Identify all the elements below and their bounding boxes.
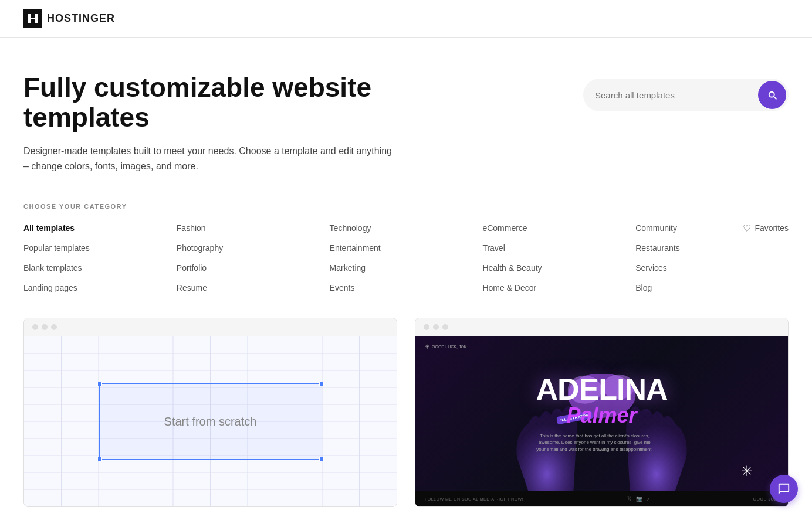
adelina-footer-text: FOLLOW ME ON SOCIAL MEDIA RIGHT NOW! <box>425 497 523 501</box>
template-footer-blank: BLANK SITE ♡ <box>23 507 397 517</box>
category-technology[interactable]: Technology <box>330 222 483 234</box>
window-dot-3 <box>442 324 448 330</box>
selection-box: Start from scratch <box>99 383 322 460</box>
window-dot-2 <box>433 324 439 330</box>
window-dot-2 <box>42 324 48 330</box>
category-blog[interactable]: Blog <box>635 281 789 294</box>
good-luck-text: GOOD LUCK, JOK <box>432 345 467 349</box>
template-card-adelina: ✳ GOOD LUCK, JOK <box>415 318 789 517</box>
window-dot-1 <box>424 324 429 330</box>
adelina-preview[interactable]: ✳ GOOD LUCK, JOK <box>415 336 788 506</box>
category-popular-templates[interactable]: Popular templates <box>23 242 177 254</box>
category-services[interactable]: Services <box>635 261 789 274</box>
main-content: Fully customizable website templates Des… <box>0 38 812 517</box>
template-footer-adelina: ADELINA ♡ <box>415 507 789 517</box>
hostinger-logo-icon <box>23 9 42 28</box>
category-all-templates[interactable]: All templates <box>23 222 177 234</box>
star-icon: ✳ <box>741 463 753 479</box>
category-travel[interactable]: Travel <box>482 242 635 254</box>
category-fashion[interactable]: Fashion <box>177 222 330 234</box>
category-ecommerce[interactable]: eCommerce <box>482 222 635 234</box>
hero-title: Fully customizable website templates <box>23 73 399 132</box>
logo[interactable]: HOSTINGER <box>23 9 115 28</box>
category-landing-pages[interactable]: Landing pages <box>23 281 177 294</box>
category-restaurants[interactable]: Restaurants <box>635 242 789 254</box>
window-dot-3 <box>51 324 57 330</box>
category-community[interactable]: Community <box>635 222 677 234</box>
template-window-adelina: ✳ GOOD LUCK, JOK <box>415 318 789 507</box>
handle-tr <box>319 382 324 386</box>
favorites-link[interactable]: ♡ Favorites <box>743 223 789 234</box>
adelina-palmer-name: Palmer <box>536 403 667 428</box>
window-bar <box>24 318 397 336</box>
category-health-beauty[interactable]: Health & Beauty <box>482 261 635 274</box>
adelina-main: ✳ GOOD LUCK, JOK <box>415 336 788 491</box>
search-button[interactable] <box>758 81 786 109</box>
category-blank-templates[interactable]: Blank templates <box>23 261 177 274</box>
window-dot-1 <box>32 324 38 330</box>
blank-template-preview[interactable]: Start from scratch <box>24 336 397 506</box>
category-photography[interactable]: Photography <box>177 242 330 254</box>
category-section: CHOOSE YOUR CATEGORY All templates Fashi… <box>23 203 789 294</box>
header: HOSTINGER <box>0 0 812 38</box>
handle-bl <box>97 457 102 461</box>
hero-right <box>583 79 789 111</box>
hero-section: Fully customizable website templates Des… <box>23 73 789 174</box>
instagram-icon: 📷 <box>636 496 642 502</box>
handle-br <box>319 457 324 461</box>
category-entertainment[interactable]: Entertainment <box>330 242 483 254</box>
handle-tl <box>97 382 102 386</box>
templates-grid: Start from scratch BLANK SITE ♡ <box>23 318 789 517</box>
hero-left: Fully customizable website templates Des… <box>23 73 399 174</box>
category-events[interactable]: Events <box>330 281 483 294</box>
adelina-window-bar <box>415 318 788 336</box>
category-home-decor[interactable]: Home & Decor <box>482 281 635 294</box>
adelina-footer: FOLLOW ME ON SOCIAL MEDIA RIGHT NOW! 𝕏 📷… <box>415 491 788 506</box>
category-portfolio[interactable]: Portfolio <box>177 261 330 274</box>
logo-text: HOSTINGER <box>47 12 115 25</box>
chat-icon <box>777 482 790 495</box>
tiktok-icon: ♪ <box>647 496 650 502</box>
category-grid: All templates Fashion Technology eCommer… <box>23 222 789 294</box>
twitter-icon: 𝕏 <box>627 496 631 502</box>
search-bar <box>583 79 789 111</box>
category-marketing[interactable]: Marketing <box>330 261 483 274</box>
search-icon <box>767 90 777 100</box>
star-burst-icon: ✳ <box>425 343 429 350</box>
hero-description: Designer-made templates built to meet yo… <box>23 144 399 174</box>
scratch-text: Start from scratch <box>164 415 257 428</box>
template-card-blank-site: Start from scratch BLANK SITE ♡ <box>23 318 397 517</box>
category-resume[interactable]: Resume <box>177 281 330 294</box>
category-label: CHOOSE YOUR CATEGORY <box>23 203 789 210</box>
chat-support-button[interactable] <box>770 475 798 503</box>
adelina-main-name: ADELINA <box>536 376 667 403</box>
favorites-label: Favorites <box>755 223 789 233</box>
adelina-small-text: This is the name that has got all the cl… <box>536 433 653 453</box>
search-input[interactable] <box>583 82 756 108</box>
adelina-name-container: ADELINA Palmer This is the name that has… <box>536 376 667 452</box>
template-window-blank: Start from scratch <box>23 318 397 507</box>
heart-icon: ♡ <box>743 223 751 234</box>
good-luck-logo: ✳ GOOD LUCK, JOK <box>425 343 467 350</box>
adelina-social-icons: 𝕏 📷 ♪ <box>627 496 650 502</box>
